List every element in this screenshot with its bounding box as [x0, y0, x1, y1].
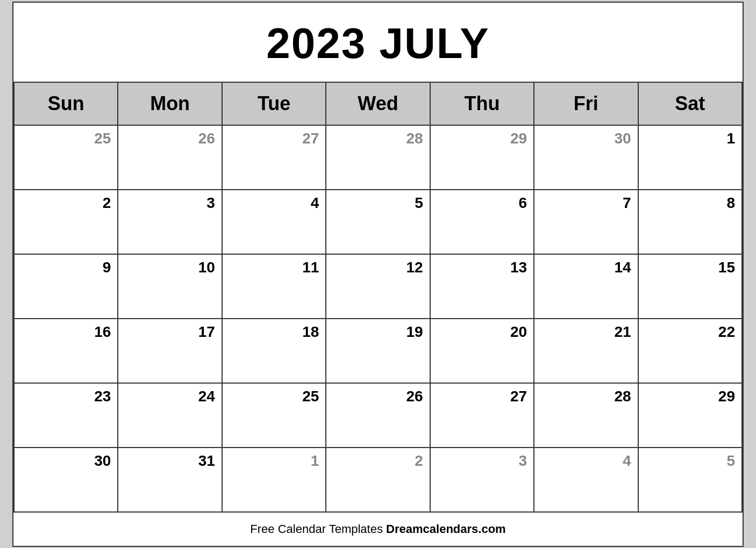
- table-row: 27: [223, 126, 326, 190]
- table-row: 2: [15, 190, 118, 255]
- footer: Free Calendar Templates Dreamcalendars.c…: [13, 513, 743, 546]
- table-row: 22: [639, 319, 743, 384]
- table-row: 4: [223, 190, 326, 255]
- calendar-grid: Sun Mon Tue Wed Thu Fri Sat 25 26 27 28 …: [13, 83, 743, 513]
- table-row: 14: [534, 255, 638, 319]
- table-row: 21: [534, 319, 638, 384]
- header-thu: Thu: [431, 83, 534, 126]
- header-wed: Wed: [326, 83, 430, 126]
- table-row: 30: [15, 448, 118, 513]
- table-row: 26: [118, 126, 222, 190]
- table-row: 29: [639, 384, 743, 448]
- table-row: 27: [431, 384, 534, 448]
- table-row: 20: [431, 319, 534, 384]
- table-row: 3: [118, 190, 222, 255]
- table-row: 12: [326, 255, 430, 319]
- header-sun: Sun: [15, 83, 118, 126]
- table-row: 29: [431, 126, 534, 190]
- table-row: 28: [326, 126, 430, 190]
- table-row: 9: [15, 255, 118, 319]
- table-row: 3: [431, 448, 534, 513]
- table-row: 30: [534, 126, 638, 190]
- table-row: 26: [326, 384, 430, 448]
- header-sat: Sat: [639, 83, 743, 126]
- table-row: 5: [326, 190, 430, 255]
- table-row: 1: [223, 448, 326, 513]
- table-row: 2: [326, 448, 430, 513]
- table-row: 13: [431, 255, 534, 319]
- table-row: 11: [223, 255, 326, 319]
- calendar-title: 2023 JULY: [13, 3, 743, 83]
- footer-text: Free Calendar Templates: [250, 522, 386, 536]
- table-row: 15: [639, 255, 743, 319]
- table-row: 1: [639, 126, 743, 190]
- table-row: 16: [15, 319, 118, 384]
- table-row: 18: [223, 319, 326, 384]
- footer-brand: Dreamcalendars.com: [386, 522, 506, 536]
- table-row: 6: [431, 190, 534, 255]
- table-row: 28: [534, 384, 638, 448]
- header-tue: Tue: [223, 83, 326, 126]
- table-row: 24: [118, 384, 222, 448]
- table-row: 31: [118, 448, 222, 513]
- table-row: 23: [15, 384, 118, 448]
- table-row: 19: [326, 319, 430, 384]
- header-mon: Mon: [118, 83, 222, 126]
- table-row: 5: [639, 448, 743, 513]
- header-fri: Fri: [534, 83, 638, 126]
- table-row: 8: [639, 190, 743, 255]
- table-row: 25: [15, 126, 118, 190]
- table-row: 7: [534, 190, 638, 255]
- table-row: 4: [534, 448, 638, 513]
- table-row: 25: [223, 384, 326, 448]
- table-row: 17: [118, 319, 222, 384]
- calendar: 2023 JULY Sun Mon Tue Wed Thu Fri Sat 25…: [12, 2, 744, 547]
- table-row: 10: [118, 255, 222, 319]
